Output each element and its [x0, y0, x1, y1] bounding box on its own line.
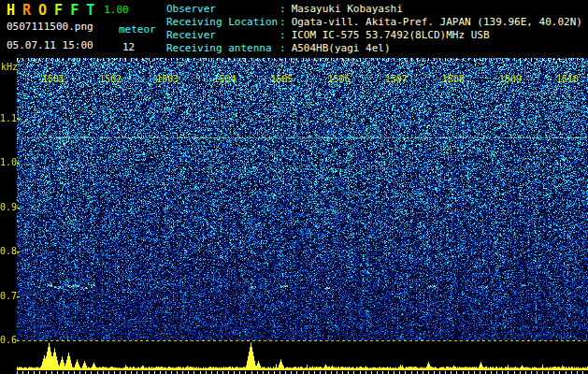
freq-tick-label: 0.9: [0, 202, 15, 213]
app-logo: HROFFT1.00: [7, 2, 129, 19]
info-row-antenna: Receiving antenna:A504HB(yagi 4el): [166, 42, 582, 55]
freq-tick-label: 1.0: [0, 157, 15, 168]
info-value: A504HB(yagi 4el): [292, 42, 391, 54]
info-row-location: Receiving Location:Ogata-vill. Akita-Pre…: [166, 16, 582, 29]
info-label: Observer: [166, 3, 280, 16]
echo-count: 12: [122, 41, 135, 53]
info-value: Masayuki Kobayashi: [292, 3, 403, 15]
info-label: Receiving antenna: [166, 42, 280, 55]
frequency-axis-unit: kHz: [1, 62, 18, 72]
spectrogram-canvas: [17, 58, 588, 374]
info-separator: :: [280, 42, 286, 54]
info-row-receiver: Receiver:ICOM IC-575 53.7492(8LCD)MHz US…: [166, 29, 582, 42]
logo-letter-0: H: [7, 2, 15, 19]
station-info: Observer:Masayuki Kobayashi Receiving Lo…: [166, 3, 582, 55]
info-separator: :: [280, 16, 286, 28]
info-separator: :: [280, 29, 286, 41]
freq-tick-label: 1.1: [0, 113, 15, 124]
observation-datetime: 05.07.11 15:00: [7, 39, 93, 51]
logo-letter-5: T: [86, 2, 94, 19]
logo-letter-4: F: [70, 2, 79, 19]
info-value: Ogata-vill. Akita-Pref. JAPAN (139.96E, …: [292, 16, 582, 28]
logo-letter-1: R: [22, 2, 31, 19]
info-label: Receiving Location: [166, 16, 280, 29]
freq-tick-label: 0.6: [0, 335, 15, 346]
output-filename: 0507111500.png: [7, 21, 93, 33]
app-version: 1.00: [104, 4, 129, 16]
info-label: Receiver: [166, 29, 280, 42]
logo-letter-3: F: [54, 2, 63, 19]
logo-letter-2: O: [38, 2, 47, 19]
info-row-observer: Observer:Masayuki Kobayashi: [166, 3, 582, 16]
freq-tick-label: 0.7: [0, 291, 15, 302]
hrofft-screen: HROFFT1.00 0507111500.png meteor 05.07.1…: [0, 0, 588, 374]
freq-tick-label: 0.8: [0, 246, 15, 257]
mode-label: meteor: [119, 23, 156, 36]
info-separator: :: [280, 3, 286, 15]
info-value: ICOM IC-575 53.7492(8LCD)MHz USB: [292, 29, 490, 41]
